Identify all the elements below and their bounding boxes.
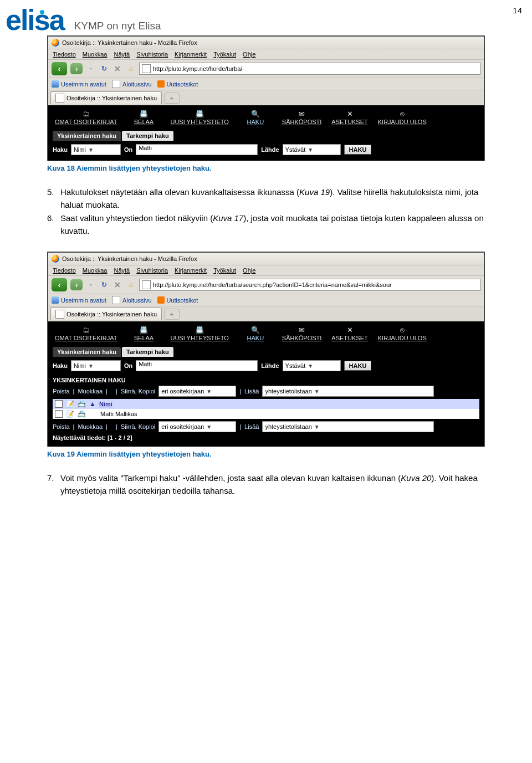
nav-address-books[interactable]: 🗂OMAT OSOITEKIRJAT xyxy=(55,110,117,125)
caption-19: Kuva 19 Aiemmin lisättyjen yhteystietoje… xyxy=(47,450,485,458)
nav-settings[interactable]: ✕ASETUKSET xyxy=(331,110,367,125)
nav-settings[interactable]: ✕ASETUKSET xyxy=(331,326,367,341)
field-dropdown[interactable]: Nimi▼ xyxy=(71,144,121,155)
bookmark-most-visited[interactable]: Useimmin avatut xyxy=(52,296,106,304)
menu-edit[interactable]: Muokkaa xyxy=(83,267,108,274)
search-button[interactable]: HAKU xyxy=(344,145,372,155)
nav-email[interactable]: ✉SÄHKÖPOSTI xyxy=(282,110,322,125)
menu-edit[interactable]: Muokkaa xyxy=(83,51,108,58)
tab-simple-search[interactable]: Yksinkertainen haku xyxy=(53,131,121,141)
url-bar[interactable]: http://pluto.kymp.net/horde/turba/ xyxy=(139,63,480,75)
browser-tab[interactable]: Osoitekirja :: Yksinkertainen haku xyxy=(50,308,162,320)
new-tab-button[interactable]: + xyxy=(164,93,180,104)
menu-history[interactable]: Sivuhistoria xyxy=(136,51,168,58)
source-dropdown[interactable]: Ystävät▼ xyxy=(283,360,341,371)
move-target-dropdown[interactable]: eri osoitekirjaan▼ xyxy=(158,421,236,432)
menu-bookmarks[interactable]: Kirjanmerkit xyxy=(175,51,207,58)
row-checkbox[interactable] xyxy=(55,410,63,418)
favicon-icon xyxy=(142,64,151,73)
field-dropdown[interactable]: Nimi▼ xyxy=(71,360,121,371)
new-tab-button[interactable]: + xyxy=(164,309,180,320)
result-name[interactable]: Matti Mallikas xyxy=(100,411,137,417)
forward-button[interactable]: › xyxy=(70,63,83,74)
action-edit[interactable]: Muokkaa xyxy=(78,388,103,395)
browser-tab[interactable]: Osoitekirja :: Yksinkertainen haku xyxy=(50,91,162,104)
bookmark-news[interactable]: Uutisotsikot xyxy=(157,296,198,304)
tab-advanced-search[interactable]: Tarkempi haku xyxy=(122,347,173,357)
rss-icon xyxy=(157,296,165,304)
search-value-input[interactable]: Matti xyxy=(136,360,258,371)
nav-browse[interactable]: 📇SELAA xyxy=(127,326,160,341)
home-icon[interactable]: ⌂ xyxy=(126,280,136,290)
action-edit[interactable]: Muokkaa xyxy=(78,423,103,430)
add-target-dropdown[interactable]: yhteystietolistaan▼ xyxy=(262,421,434,432)
menu-view[interactable]: Näytä xyxy=(114,51,130,58)
body-text: Saat valitun yhteystiedon tiedot näkyvii… xyxy=(60,212,485,238)
nav-new-contact[interactable]: 📇UUSI YHTEYSTIETO xyxy=(170,110,228,125)
menu-file[interactable]: Tiedosto xyxy=(53,51,76,58)
tab-simple-search[interactable]: Yksinkertainen haku xyxy=(53,347,121,357)
logout-icon: ⎋ xyxy=(378,110,427,117)
source-dropdown[interactable]: Ystävät▼ xyxy=(283,144,341,155)
sort-asc-icon[interactable]: ▲ xyxy=(89,400,96,408)
bookmark-home[interactable]: Aloitussivu xyxy=(112,296,152,304)
dropdown-history-icon[interactable]: · xyxy=(86,280,96,290)
menu-bookmarks[interactable]: Kirjanmerkit xyxy=(175,267,207,274)
search-value-input[interactable]: Matti xyxy=(136,144,258,155)
menu-file[interactable]: Tiedosto xyxy=(53,267,76,274)
nav-search[interactable]: 🔍HAKU xyxy=(239,326,272,341)
label-add: Lisää xyxy=(244,388,259,395)
nav-search[interactable]: 🔍HAKU xyxy=(239,110,272,125)
menu-help[interactable]: Ohje xyxy=(243,51,255,58)
menu-history[interactable]: Sivuhistoria xyxy=(136,267,168,274)
menu-tools[interactable]: Työkalut xyxy=(213,267,236,274)
nav-logout[interactable]: ⎋KIRJAUDU ULOS xyxy=(378,326,427,341)
body-text: Hakutulokset näytetään alla olevan kuvan… xyxy=(60,186,485,212)
vcard-icon[interactable]: 📇 xyxy=(78,410,86,418)
menu-help[interactable]: Ohje xyxy=(243,267,255,274)
browser-menubar: Tiedosto Muokkaa Näytä Sivuhistoria Kirj… xyxy=(48,265,484,276)
menu-view[interactable]: Näytä xyxy=(114,267,130,274)
nav-address-books[interactable]: 🗂OMAT OSOITEKIRJAT xyxy=(55,326,117,341)
tab-advanced-search[interactable]: Tarkempi haku xyxy=(122,131,173,141)
rss-icon xyxy=(157,80,165,88)
url-text: http://pluto.kymp.net/horde/turba/search… xyxy=(153,281,392,288)
gear-icon: ✕ xyxy=(331,110,367,117)
menu-tools[interactable]: Työkalut xyxy=(213,51,236,58)
url-bar[interactable]: http://pluto.kymp.net/horde/turba/search… xyxy=(139,279,480,291)
chevron-down-icon: ▼ xyxy=(88,363,94,369)
dropdown-history-icon[interactable]: · xyxy=(86,64,96,74)
reload-icon[interactable]: ↻ xyxy=(99,280,109,290)
nav-email[interactable]: ✉SÄHKÖPOSTI xyxy=(282,326,322,341)
edit-icon[interactable]: 📝 xyxy=(66,410,74,418)
action-delete[interactable]: Poista xyxy=(53,423,70,430)
chevron-down-icon: ▼ xyxy=(206,424,212,430)
add-target-dropdown[interactable]: yhteystietolistaan▼ xyxy=(262,386,434,397)
select-all-checkbox[interactable] xyxy=(55,400,63,408)
url-text: http://pluto.kymp.net/horde/turba/ xyxy=(153,65,242,72)
reload-icon[interactable]: ↻ xyxy=(99,64,109,74)
nav-browse[interactable]: 📇SELAA xyxy=(127,110,160,125)
gear-icon: ✕ xyxy=(331,326,367,334)
back-button[interactable]: ‹ xyxy=(52,278,67,291)
move-target-dropdown[interactable]: eri osoitekirjaan▼ xyxy=(158,386,236,397)
home-icon[interactable]: ⌂ xyxy=(126,64,136,74)
folder-icon xyxy=(52,80,59,88)
column-name[interactable]: Nimi xyxy=(99,401,112,407)
stop-icon[interactable]: ✕ xyxy=(112,64,122,74)
result-row[interactable]: 📝 📇 Matti Mallikas xyxy=(53,409,479,419)
bookmark-news[interactable]: Uutisotsikot xyxy=(157,80,198,88)
back-button[interactable]: ‹ xyxy=(52,62,67,75)
action-delete[interactable]: Poista xyxy=(53,388,70,395)
bookmark-home[interactable]: Aloitussivu xyxy=(112,80,152,88)
bookmark-most-visited[interactable]: Useimmin avatut xyxy=(52,80,106,88)
page-icon xyxy=(112,80,120,88)
stop-icon[interactable]: ✕ xyxy=(112,280,122,290)
search-button[interactable]: HAKU xyxy=(344,361,372,371)
nav-logout[interactable]: ⎋KIRJAUDU ULOS xyxy=(378,110,427,125)
nav-new-contact[interactable]: 📇UUSI YHTEYSTIETO xyxy=(170,326,228,341)
label-haku: Haku xyxy=(53,146,68,153)
add-card-icon: 📇 xyxy=(170,326,228,334)
card-icon: 📇 xyxy=(127,110,160,117)
forward-button[interactable]: › xyxy=(70,279,83,290)
